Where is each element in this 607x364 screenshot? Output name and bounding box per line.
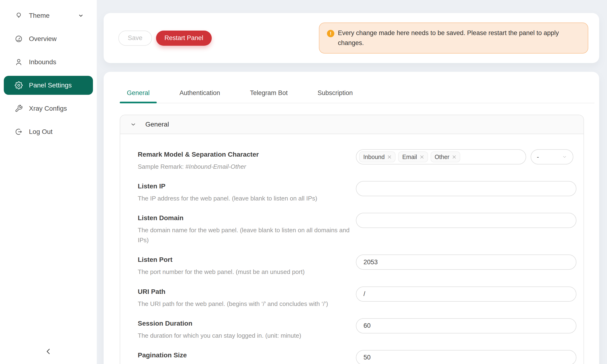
restart-panel-button[interactable]: Restart Panel <box>156 31 212 46</box>
warning-icon: ! <box>327 30 334 37</box>
settings-card: General Authentication Telegram Bot Subs… <box>104 72 599 364</box>
dashboard-icon <box>15 35 23 43</box>
field-label: Listen Domain <box>138 214 356 222</box>
field-label: Remark Model & Separation Character <box>138 151 356 158</box>
form-row-listen-domain: Listen Domain The domain name for the we… <box>138 213 576 245</box>
main-content: Save Restart Panel ! Every change made h… <box>97 0 607 364</box>
separator-select[interactable]: - <box>531 149 573 165</box>
form-row-session-duration: Session Duration The duration for which … <box>138 318 576 340</box>
field-label: Listen IP <box>138 182 356 190</box>
field-description: The port number for the web panel. (must… <box>138 267 351 277</box>
sample-remark-value: #Inbound-Email-Other <box>185 163 246 170</box>
field-label: URI Path <box>138 288 356 296</box>
tab-subscription[interactable]: Subscription <box>310 89 360 103</box>
listen-port-input[interactable] <box>356 255 576 270</box>
sidebar-nav: Theme Overview Inbounds <box>0 0 97 141</box>
sidebar-item-overview[interactable]: Overview <box>4 29 93 48</box>
tag-label: Other <box>435 154 449 160</box>
listen-ip-input[interactable] <box>356 181 576 196</box>
sidebar-item-xray-configs[interactable]: Xray Configs <box>4 99 93 118</box>
save-button[interactable]: Save <box>118 31 152 46</box>
chevron-down-icon <box>78 13 84 19</box>
wrench-icon <box>15 104 23 113</box>
sidebar-collapse-button[interactable] <box>42 345 55 358</box>
sidebar-item-log-out[interactable]: Log Out <box>4 122 93 141</box>
sidebar-item-label: Overview <box>29 35 57 43</box>
separator-value: - <box>537 153 539 161</box>
sidebar-item-theme[interactable]: Theme <box>4 6 93 25</box>
general-form: Remark Model & Separation Character Samp… <box>120 134 583 364</box>
chevron-down-icon <box>130 121 136 128</box>
general-collapse-header[interactable]: General <box>120 115 583 134</box>
form-row-uri-path: URI Path The URI path for the web panel.… <box>138 286 576 309</box>
session-duration-input[interactable] <box>356 318 576 333</box>
pagination-size-input[interactable] <box>356 350 576 364</box>
form-row-listen-port: Listen Port The port number for the web … <box>138 255 576 277</box>
logout-icon <box>15 128 23 136</box>
tag-other: Other <box>431 151 461 162</box>
sidebar-item-panel-settings[interactable]: Panel Settings <box>4 76 93 95</box>
tag-email: Email <box>398 151 428 162</box>
sidebar-item-label: Theme <box>29 12 50 19</box>
field-label: Pagination Size <box>138 351 356 359</box>
chevron-down-icon <box>562 154 567 159</box>
remark-model-tags-input[interactable]: Inbound Email Other <box>356 149 526 165</box>
tag-remove-icon[interactable] <box>452 155 456 159</box>
field-description: The URI path for the web panel. (begins … <box>138 299 351 309</box>
form-row-listen-ip: Listen IP The IP address for the web pan… <box>138 181 576 203</box>
sidebar-item-inbounds[interactable]: Inbounds <box>4 52 93 72</box>
form-row-remark: Remark Model & Separation Character Samp… <box>138 149 576 171</box>
tab-general[interactable]: General <box>120 89 157 103</box>
listen-domain-input[interactable] <box>356 213 576 228</box>
alert-text: Every change made here needs to be saved… <box>338 28 579 48</box>
tab-authentication[interactable]: Authentication <box>172 89 227 103</box>
form-row-pagination-size: Pagination Size <box>138 350 576 364</box>
sidebar-item-label: Inbounds <box>29 58 56 66</box>
tag-inbound: Inbound <box>359 151 396 162</box>
restart-warning-alert: ! Every change made here needs to be sav… <box>319 23 588 54</box>
sidebar-item-label: Log Out <box>29 128 53 136</box>
chevron-left-icon <box>44 347 53 356</box>
field-description: The domain name for the web panel. (leav… <box>138 225 351 245</box>
tag-remove-icon[interactable] <box>387 155 392 159</box>
sidebar-item-label: Panel Settings <box>29 81 72 89</box>
sample-remark-prefix: Sample Remark: <box>138 163 185 170</box>
tag-label: Inbound <box>363 154 385 160</box>
tag-remove-icon[interactable] <box>420 155 424 159</box>
lightbulb-icon <box>15 12 23 20</box>
field-description: The duration for which you can stay logg… <box>138 331 351 340</box>
gear-icon <box>15 81 23 89</box>
general-collapse-panel: General Remark Model & Separation Charac… <box>120 115 584 364</box>
sidebar: Theme Overview Inbounds <box>0 0 97 364</box>
section-title: General <box>145 121 169 128</box>
field-description: The IP address for the web panel. (leave… <box>138 193 351 203</box>
sidebar-item-label: Xray Configs <box>29 105 67 112</box>
field-label: Session Duration <box>138 320 356 327</box>
tabs-bar: General Authentication Telegram Bot Subs… <box>120 72 594 103</box>
tag-label: Email <box>402 154 417 160</box>
actions-card: Save Restart Panel ! Every change made h… <box>104 13 599 63</box>
field-label: Listen Port <box>138 256 356 263</box>
user-icon <box>15 58 23 66</box>
tab-telegram-bot[interactable]: Telegram Bot <box>243 89 295 103</box>
uri-path-input[interactable] <box>356 286 576 302</box>
field-description: Sample Remark: #Inbound-Email-Other <box>138 162 351 171</box>
